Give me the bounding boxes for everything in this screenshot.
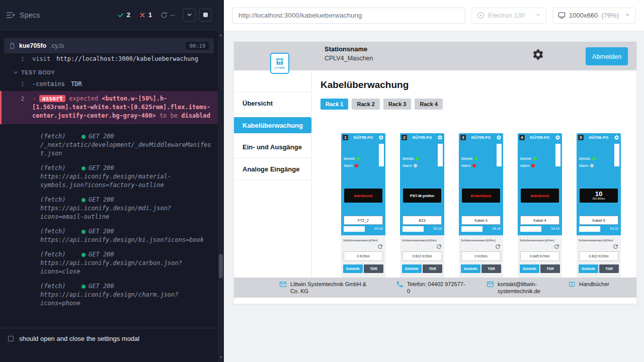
refresh-icon[interactable] [495, 243, 501, 250]
device-number-badge: 3 [460, 135, 466, 140]
schleife-button[interactable]: Schleife [343, 264, 363, 273]
tdr-button[interactable]: TDR [423, 264, 442, 273]
collapse-button[interactable] [183, 9, 196, 22]
gear-icon[interactable] [437, 135, 443, 140]
network-log-entry[interactable]: (fetch)GET 200https://api.iconify.design… [0, 193, 218, 224]
request-url: https://api.iconify.design/bi.json?icons… [40, 236, 212, 244]
logout-button[interactable]: Abmelden [586, 47, 628, 65]
alarm-led [531, 164, 535, 167]
footer-item[interactable]: kontakt@littwin-systemtechnik.de [487, 281, 548, 295]
scrollbar-thumb[interactable] [219, 254, 223, 278]
spec-timer: 00:19 [186, 42, 209, 50]
rack-tab[interactable]: Rack 4 [415, 99, 442, 110]
gear-icon[interactable] [378, 135, 384, 140]
rack-tab[interactable]: Rack 1 [320, 99, 348, 110]
refresh-icon[interactable] [612, 243, 619, 250]
tdr-button[interactable]: TDR [599, 264, 619, 273]
level-indicator [379, 144, 384, 166]
command-contains[interactable]: 1 -contains TDR [0, 78, 218, 90]
level-indicator [614, 144, 619, 166]
viewport-select[interactable]: 1000x660 (79%) [552, 8, 636, 24]
pending-stat[interactable]: -- [160, 11, 175, 19]
runner-controls [183, 9, 212, 22]
sidebar-item[interactable]: Übersicht [234, 92, 311, 114]
firmware-version: V4.19 [433, 227, 442, 230]
sidebar-item[interactable]: Kabelüberwachung [234, 117, 311, 133]
chevron-down-icon [186, 12, 193, 18]
command-number: 1 [0, 55, 32, 63]
app-header: Stationsname CPLV4_Maschen Abmelden [234, 42, 636, 70]
tdr-button[interactable]: TDR [481, 264, 501, 273]
request-url: https://api.iconify.design/mdi.json?icon… [40, 204, 212, 221]
next-test-title: should open and close the settings modal [19, 335, 139, 342]
schleife-button[interactable]: Schleife [402, 264, 422, 273]
footer-item: Littwin Systemtechnik GmbH & Co. KG [279, 281, 376, 295]
alarm-led [472, 164, 476, 167]
passed-stat[interactable]: 2 [117, 11, 130, 19]
gear-icon[interactable] [555, 135, 560, 140]
refresh-icon[interactable] [377, 243, 383, 250]
failed-assert-command[interactable]: 2 - assert expected <button.w-[50%].h-[1… [0, 91, 218, 124]
littwin-logo: LITTWIN [270, 53, 289, 74]
x-icon [139, 12, 146, 19]
betrieb-label: Betrieb [579, 157, 590, 160]
schleife-button[interactable]: Schleife [461, 264, 480, 273]
screen: Specs 2 1 -- [0, 0, 644, 362]
status-dot [82, 253, 86, 257]
betrieb-led [533, 157, 537, 160]
refresh-icon[interactable] [436, 243, 442, 250]
spec-name: kue705fo [19, 42, 46, 49]
tdr-button[interactable]: TDR [540, 264, 560, 273]
footer-text: kontakt@littwin-systemtechnik.de [498, 281, 548, 295]
network-log-entry[interactable]: (fetch)GET 200https://api.iconify.design… [0, 161, 218, 193]
sidebar-item[interactable]: Ein- und Ausgänge [234, 136, 311, 158]
refresh-icon[interactable] [553, 243, 560, 250]
footer-item[interactable]: Telefon: 04402 972577-0 [396, 281, 466, 295]
status-text: Erdschluss [471, 194, 491, 198]
stop-button[interactable] [199, 9, 212, 22]
device-card: 2KÜ705-FOBetriebAlarmPST-M prüfenB23V4.1… [400, 133, 444, 278]
schleife-button[interactable]: Schleife [579, 264, 598, 273]
passed-count: 2 [127, 11, 130, 19]
betrieb-label: Betrieb [520, 157, 531, 160]
device-number-badge: 4 [519, 135, 525, 140]
scroll-up-arrow[interactable]: ▲ [218, 31, 224, 39]
viewport-size: 1000x660 [569, 12, 598, 19]
sidebar-item[interactable]: Analoge Eingänge [234, 158, 311, 180]
device-model-label: KÜ705-FO [408, 135, 436, 140]
gear-icon[interactable] [614, 135, 619, 140]
failed-count: 1 [148, 11, 152, 19]
specs-menu-button[interactable]: Specs [6, 11, 40, 19]
status-display: Aderbruch [344, 189, 382, 203]
reporter-scrollbar[interactable]: ▲ ▼ [218, 0, 224, 362]
scroll-down-arrow[interactable]: ▼ [218, 353, 224, 361]
footer-item[interactable]: Handbücher [568, 281, 624, 288]
aut-url-input[interactable] [232, 8, 465, 24]
alarm-label: Alarm [461, 164, 470, 167]
device-model-label: KÜ705-FO [526, 135, 554, 140]
command-visit[interactable]: 1 visit http://localhost:3000/kabelueber… [0, 53, 218, 65]
schleife-button[interactable]: Schleife [520, 264, 539, 273]
network-log-entry[interactable]: (fetch)GET 200https://api.iconify.design… [0, 224, 218, 247]
network-log-entry[interactable]: (fetch)GET 200https://api.iconify.design… [0, 247, 218, 279]
cable-name: Kabel 5 [579, 216, 618, 225]
browser-select[interactable]: Electron 130 [471, 8, 546, 24]
rack-tab[interactable]: Rack 3 [383, 99, 411, 110]
gear-icon[interactable] [496, 135, 502, 140]
network-log-entry[interactable]: (fetch)GET 200/_next/static/development/… [0, 129, 218, 161]
level-indicator [438, 144, 443, 166]
fetch-label: (fetch) [40, 164, 82, 172]
device-card: 4KÜ705-FOBetriebAlarmAderbruchKabel 4V4.… [518, 133, 562, 278]
command-name: visit [32, 55, 50, 63]
value-display [403, 226, 424, 232]
network-log-entry[interactable]: (fetch)GET 200https://api.iconify.design… [0, 279, 218, 311]
value-display [344, 226, 365, 232]
tdr-button[interactable]: TDR [364, 264, 383, 273]
settings-gear-icon[interactable] [532, 48, 545, 61]
next-test-row[interactable]: should open and close the settings modal [0, 328, 218, 362]
rack-tab[interactable]: Rack 2 [352, 99, 379, 110]
spec-header[interactable]: kue705fo.cy.ts 00:19 [4, 38, 214, 53]
resistance-label: Schleifenwiderstand [kOhm] [400, 235, 444, 242]
test-body-toggle[interactable]: TEST BODY [0, 65, 218, 78]
failed-stat[interactable]: 1 [139, 11, 152, 19]
